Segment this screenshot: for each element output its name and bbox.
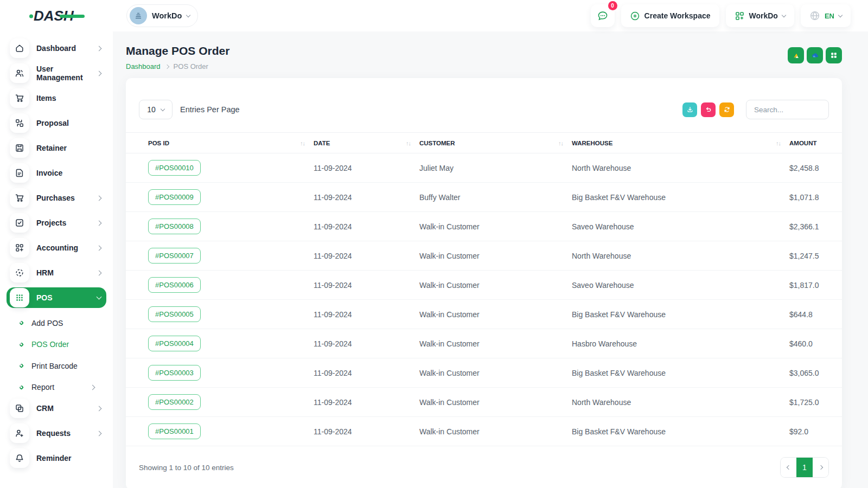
sort-icon: ↑↓ [300,140,305,146]
column-header-pos-id[interactable]: POS ID↑↓ [126,133,309,153]
column-header-amount[interactable]: AMOUNT [785,133,842,153]
sidebar: Dashboard User Management Items Proposal… [0,31,113,488]
date-cell: 11-09-2024 [309,241,415,271]
sidebar-subitem-add-pos[interactable]: Add POS [7,312,106,334]
undo-button[interactable] [701,102,716,117]
sidebar-subitem-pos-order[interactable]: POS Order [7,334,106,356]
sidebar-item-reminder[interactable]: Reminder [7,448,106,468]
amount-cell: $1,071.8 [785,183,842,212]
sidebar-item-user-management[interactable]: User Management [7,63,106,84]
column-header-customer[interactable]: CUSTOMER↑↓ [415,133,567,153]
pos-id-badge[interactable]: #POS00008 [148,219,201,234]
pagination-page-current[interactable]: 1 [796,458,813,477]
chevron-right-icon [90,384,95,390]
language-label: EN [825,12,834,20]
grid-icon [830,52,838,59]
table-row: #POS00006 11-09-2024 Walk-in Customer Sa… [126,271,842,300]
date-cell: 11-09-2024 [309,388,415,417]
google-drive-button[interactable] [788,47,804,63]
building-icon [134,11,143,20]
customer-cell: Walk-in Customer [415,388,567,417]
create-workspace-button[interactable]: Create Workspace [621,4,719,27]
company-menu-button[interactable]: WorkDo [726,4,794,27]
chevron-right-icon [97,270,102,275]
pos-orders-table: POS ID↑↓ DATE↑↓ CUSTOMER↑↓ WAREHOUSE↑↓ A… [126,132,842,446]
warehouse-cell: North Warehouse [567,241,785,271]
sidebar-subitem-print-barcode[interactable]: Print Barcode [7,355,106,377]
warehouse-cell: Saveo Warehouse [567,271,785,300]
sidebar-item-requests[interactable]: Requests [7,423,106,444]
workspace-switcher[interactable]: WorkDo [126,4,198,27]
pos-id-badge[interactable]: #POS00002 [148,394,201,410]
pagination: 1 [780,457,829,478]
customer-cell: Buffy Walter [415,183,567,212]
chevron-down-icon [161,106,165,111]
table-row: #POS00004 11-09-2024 Walk-in Customer Ha… [126,329,842,358]
grid-plus-icon [10,238,29,258]
pos-id-badge[interactable]: #POS00003 [148,365,201,381]
sidebar-item-projects[interactable]: Projects [7,213,106,233]
pos-id-badge[interactable]: #POS00007 [148,248,201,264]
download-icon [686,106,694,113]
date-cell: 11-09-2024 [309,329,415,358]
refresh-icon [723,106,731,113]
breadcrumb-dashboard-link[interactable]: Dashboard [126,62,161,70]
search-input[interactable] [746,100,829,119]
warehouse-cell: Hasbro Warehouse [567,329,785,358]
swap-icon [10,113,29,133]
amount-cell: $92.0 [785,417,842,446]
date-cell: 11-09-2024 [309,417,415,446]
chevron-right-icon [97,70,102,76]
entries-value: 10 [147,105,156,114]
chevron-down-icon [838,12,843,17]
column-header-date[interactable]: DATE↑↓ [309,133,415,153]
date-cell: 11-09-2024 [309,183,415,212]
amount-cell: $1,247.5 [785,241,842,271]
user-plus-icon [10,423,29,443]
messages-button[interactable]: 0 [591,4,615,27]
sidebar-item-purchases[interactable]: Purchases [7,188,106,208]
bullet-icon [19,384,24,390]
pagination-prev-button[interactable] [781,458,796,477]
pos-id-badge[interactable]: #POS00009 [148,189,201,205]
users-icon [10,63,29,83]
pos-id-badge[interactable]: #POS00001 [148,423,201,439]
column-header-warehouse[interactable]: WAREHOUSE↑↓ [567,133,785,153]
customer-cell: Walk-in Customer [415,417,567,446]
entries-per-page-select[interactable]: 10 [139,100,173,119]
workspace-name: WorkDo [152,11,182,20]
sidebar-item-crm[interactable]: CRM [7,398,106,419]
date-cell: 11-09-2024 [309,153,415,183]
table-body: #POS00010 11-09-2024 Juliet May North Wa… [126,153,842,446]
create-workspace-label: Create Workspace [644,11,711,20]
export-button[interactable] [682,102,697,117]
sidebar-item-dashboard[interactable]: Dashboard [7,38,106,59]
sidebar-subitem-report[interactable]: Report [7,377,106,399]
sidebar-item-invoice[interactable]: Invoice [7,163,106,183]
refresh-button[interactable] [719,102,734,117]
onedrive-button[interactable] [807,47,823,63]
warehouse-cell: Big Basket F&V Warehouse [567,417,785,446]
language-button[interactable]: EN [801,4,851,27]
pagination-next-button[interactable] [813,458,828,477]
grid-view-button[interactable] [826,47,842,63]
pos-id-badge[interactable]: #POS00004 [148,336,201,351]
onedrive-cloud-icon [810,51,819,60]
sidebar-item-items[interactable]: Items [7,88,106,108]
customer-cell: Walk-in Customer [415,329,567,358]
pos-id-badge[interactable]: #POS00010 [148,160,201,176]
home-icon [10,38,29,58]
customer-cell: Juliet May [415,153,567,183]
table-row: #POS00008 11-09-2024 Walk-in Customer Sa… [126,212,842,241]
sidebar-item-pos[interactable]: POS [7,287,106,308]
cart-icon [10,188,29,208]
sidebar-item-hrm[interactable]: HRM [7,262,106,283]
document-icon [10,163,29,183]
sidebar-item-proposal[interactable]: Proposal [7,113,106,133]
sidebar-item-retainer[interactable]: Retainer [7,138,106,158]
pos-id-badge[interactable]: #POS00005 [148,306,201,322]
sidebar-item-accounting[interactable]: Accounting [7,237,106,258]
pos-id-badge[interactable]: #POS00006 [148,277,201,293]
table-row: #POS00007 11-09-2024 Walk-in Customer No… [126,241,842,271]
brand-logo[interactable]: DASH [29,7,113,24]
